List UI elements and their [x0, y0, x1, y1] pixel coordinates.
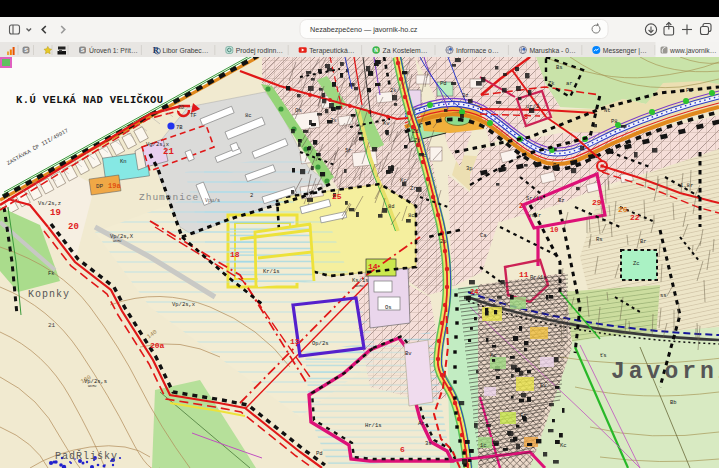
svg-text:7B: 7B	[176, 124, 183, 131]
svg-text:6: 6	[400, 445, 405, 454]
svg-text:2: 2	[519, 202, 523, 210]
svg-text:Hr/1s: Hr/1s	[365, 422, 382, 429]
svg-text:Javorník: Javorník	[611, 359, 719, 385]
svg-text:18: 18	[230, 250, 240, 259]
svg-text:Pr/1s: Pr/1s	[530, 274, 547, 281]
svg-text:Vpu/s: Vpu/s	[205, 198, 220, 204]
svg-text:Kc: Kc	[400, 177, 407, 184]
svg-text:vs/r: vs/r	[528, 212, 541, 219]
svg-text:20: 20	[68, 222, 79, 232]
svg-text:8d: 8d	[388, 203, 395, 210]
svg-text:Fk: Fk	[48, 270, 55, 277]
svg-text:Pd: Pd	[440, 80, 447, 87]
svg-text:Vg/2s,x: Vg/2s,x	[146, 141, 170, 148]
svg-text:Fr: Fr	[520, 412, 527, 419]
svg-text:8c: 8c	[408, 212, 415, 219]
svg-text:Bv: Bv	[405, 350, 412, 357]
svg-text:Nt: Nt	[604, 107, 611, 114]
svg-text:Marushka - 0…: Marushka - 0…	[529, 47, 575, 54]
svg-text:S: S	[81, 47, 85, 53]
svg-text:Informace o…: Informace o…	[456, 47, 499, 54]
svg-text:Pz: Pz	[553, 162, 560, 169]
svg-text:Bz: Bz	[558, 197, 565, 204]
svg-text:Br: Br	[640, 238, 647, 245]
svg-text:26: 26	[618, 205, 628, 214]
svg-text:K.Ú VELKÁ NAD VELIČKOU: K.Ú VELKÁ NAD VELIČKOU	[16, 93, 163, 106]
svg-text:20a: 20a	[150, 341, 165, 350]
svg-text:21: 21	[163, 147, 174, 157]
svg-text:2k: 2k	[390, 87, 397, 94]
svg-text:Pd: Pd	[316, 450, 323, 457]
svg-text:Kn: Kn	[120, 158, 127, 165]
svg-text:Zd: Zd	[412, 128, 419, 135]
svg-text:Kopnky: Kopnky	[28, 289, 70, 300]
svg-text:Ev: Ev	[540, 382, 547, 389]
svg-text:Zc: Zc	[633, 260, 640, 267]
svg-text:Bs: Bs	[556, 64, 563, 71]
svg-text:WCHU: WCHU	[355, 284, 363, 288]
svg-text:8: 8	[524, 113, 528, 121]
svg-text:14: 14	[368, 262, 378, 271]
svg-text:Kr/1s: Kr/1s	[263, 268, 280, 275]
svg-text:13: 13	[290, 337, 300, 346]
svg-text:2: 2	[250, 192, 253, 199]
svg-text:Kv: Kv	[383, 120, 390, 127]
svg-text:Kc: Kc	[560, 442, 567, 449]
svg-text:29: 29	[592, 198, 602, 207]
svg-text:PadŘliśky: PadŘliśky	[55, 449, 118, 462]
svg-text:WCHU: WCHU	[113, 239, 121, 243]
svg-text:Zhumenice: Zhumenice	[139, 192, 199, 203]
svg-text:1c: 1c	[480, 442, 487, 449]
svg-text:Za Kostelem…: Za Kostelem…	[383, 47, 428, 54]
svg-text:2p: 2p	[440, 238, 447, 245]
svg-text:Pd: Pd	[686, 87, 693, 94]
svg-text:11: 11	[519, 270, 529, 279]
svg-text:Os: Os	[295, 107, 302, 114]
svg-text:Messenger |…: Messenger |…	[603, 47, 647, 55]
svg-text:ss: ss	[660, 292, 667, 299]
svg-text:ťs: ťs	[600, 352, 607, 359]
svg-text:ZD: ZD	[178, 105, 184, 111]
svg-text:Zk: Zk	[548, 80, 555, 87]
svg-text:Kc: Kc	[420, 152, 427, 159]
svg-text:Sr/1s: Sr/1s	[526, 195, 543, 202]
svg-text:5r: 5r	[345, 147, 352, 154]
svg-text:Nezabezpečeno — javornik-ho.cz: Nezabezpečeno — javornik-ho.cz	[310, 25, 418, 34]
svg-text:1.8r: 1.8r	[680, 182, 693, 189]
svg-text:21: 21	[48, 322, 56, 329]
svg-text:Zr: Zr	[410, 185, 417, 192]
svg-text:3z: 3z	[462, 92, 469, 99]
svg-text:Os: Os	[385, 304, 392, 311]
svg-text:www.javornik…: www.javornik…	[669, 47, 716, 55]
svg-text:P8: P8	[611, 118, 618, 125]
svg-text:3p: 3p	[466, 165, 473, 172]
svg-text:3x: 3x	[330, 117, 337, 124]
svg-text:Libor Grabec…: Libor Grabec…	[162, 47, 208, 54]
svg-text:Kc: Kc	[490, 352, 497, 359]
svg-text:Rs: Rs	[596, 236, 603, 243]
svg-text:Terapeutická…: Terapeutická…	[309, 47, 354, 55]
svg-text:24: 24	[470, 288, 478, 296]
svg-text:22: 22	[630, 213, 640, 222]
svg-text:Ca: Ca	[480, 232, 487, 239]
svg-text:8c: 8c	[245, 112, 252, 119]
svg-text:N: N	[374, 47, 378, 53]
svg-text:ur/2: ur/2	[526, 103, 539, 110]
svg-text:19: 19	[50, 208, 61, 218]
svg-text:Op/2s: Op/2s	[312, 340, 329, 347]
svg-text:Úroveň 1: Přít…: Úroveň 1: Přít…	[89, 46, 138, 54]
svg-text:Vp/2s,x: Vp/2s,x	[172, 301, 196, 308]
svg-text:DP: DP	[96, 183, 104, 190]
svg-text:Vs/2s,z: Vs/2s,z	[38, 200, 61, 207]
svg-text:Zp: Zp	[414, 137, 421, 144]
svg-text:Bb: Bb	[670, 399, 677, 406]
svg-text:Ks/1s: Ks/1s	[352, 277, 369, 284]
svg-text:Ar: Ar	[418, 420, 425, 427]
svg-text:ar: ar	[566, 80, 573, 87]
svg-text:TF: TF	[190, 112, 197, 119]
svg-text:10: 10	[550, 226, 558, 234]
svg-text:WCHU: WCHU	[88, 384, 96, 388]
svg-text:25: 25	[332, 192, 342, 201]
svg-text:19a: 19a	[108, 182, 121, 190]
svg-text:Prodej rodinn…: Prodej rodinn…	[236, 47, 283, 55]
